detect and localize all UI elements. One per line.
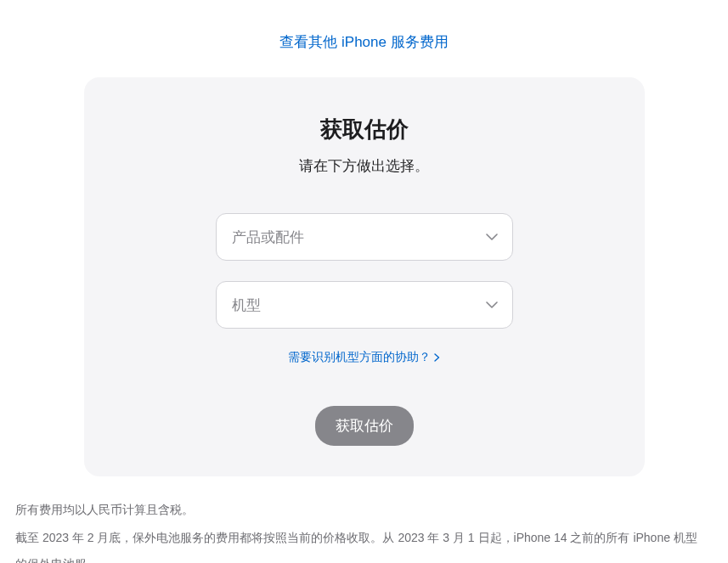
help-link-text: 需要识别机型方面的协助？ [288, 350, 431, 365]
get-estimate-button[interactable]: 获取估价 [315, 406, 414, 446]
footer-line-2a: 截至 2023 年 2 月底，保外电池服务的费用都将按照当前的价格收取。从 20… [15, 531, 697, 563]
model-select[interactable]: 机型 [216, 281, 513, 329]
footer-line-1: 所有费用均以人民币计算且含税。 [15, 497, 703, 523]
footer-line-2: 截至 2023 年 2 月底，保外电池服务的费用都将按照当前的价格收取。从 20… [15, 525, 703, 563]
product-select-wrap: 产品或配件 [216, 213, 513, 261]
identify-model-help-link[interactable]: 需要识别机型方面的协助？ [288, 350, 440, 365]
chevron-right-icon [434, 353, 440, 362]
product-select[interactable]: 产品或配件 [216, 213, 513, 261]
other-services-link[interactable]: 查看其他 iPhone 服务费用 [279, 34, 448, 50]
top-link-container: 查看其他 iPhone 服务费用 [0, 0, 728, 77]
model-select-placeholder: 机型 [232, 296, 261, 315]
submit-row: 获取估价 [118, 406, 611, 446]
footer-notes: 所有费用均以人民币计算且含税。 截至 2023 年 2 月底，保外电池服务的费用… [15, 497, 720, 563]
card-title: 获取估价 [118, 115, 611, 144]
product-select-placeholder: 产品或配件 [232, 228, 304, 247]
card-subtitle: 请在下方做出选择。 [118, 156, 611, 176]
model-select-wrap: 机型 [216, 281, 513, 329]
estimate-card: 获取估价 请在下方做出选择。 产品或配件 机型 需要识别机型方面的协助？ 获取估… [84, 77, 645, 476]
